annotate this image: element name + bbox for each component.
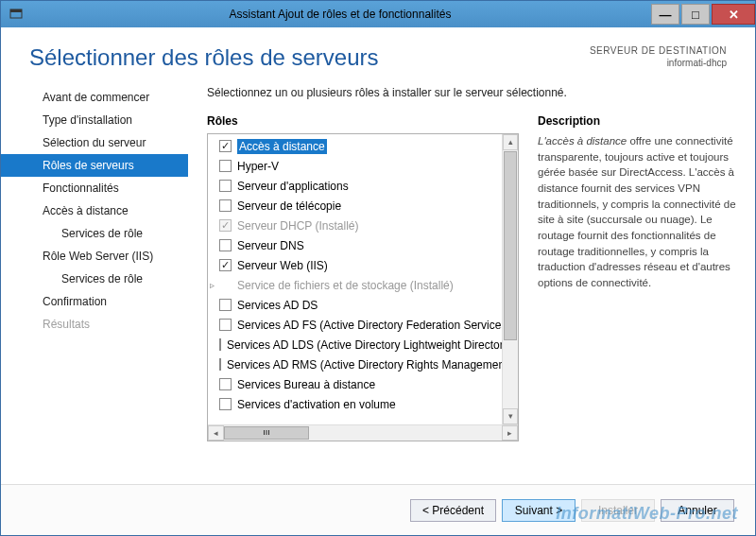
wizard-steps: Avant de commencerType d'installationSél…	[1, 80, 188, 484]
roles-label: Rôles	[207, 114, 519, 128]
role-label: Serveur de télécopie	[237, 199, 341, 213]
wizard-step: Résultats	[1, 313, 188, 336]
window-title: Assistant Ajout de rôles et de fonctionn…	[31, 8, 649, 21]
role-item: Serveur DHCP (Installé)	[208, 216, 518, 235]
role-item[interactable]: Services AD DS	[208, 295, 518, 315]
role-label: Serveur Web (IIS)	[237, 259, 328, 272]
role-label: Hyper-V	[237, 160, 279, 173]
wizard-step[interactable]: Sélection du serveur	[1, 131, 188, 154]
role-checkbox[interactable]	[219, 180, 232, 192]
role-checkbox[interactable]	[219, 358, 221, 371]
role-item[interactable]: Serveur d'applications	[208, 176, 518, 196]
role-checkbox	[219, 219, 232, 232]
scroll-thumb-v[interactable]	[504, 151, 517, 340]
role-label: Serveur DHCP (Installé)	[237, 219, 358, 233]
maximize-button[interactable]: □	[681, 4, 710, 25]
wizard-step[interactable]: Type d'installation	[1, 109, 188, 131]
role-label: Services AD DS	[237, 299, 318, 312]
description-label: Description	[538, 114, 747, 128]
page-title: Sélectionner des rôles de serveurs	[29, 44, 379, 71]
role-checkbox[interactable]	[219, 319, 232, 331]
role-checkbox[interactable]	[219, 199, 232, 212]
scroll-right-arrow[interactable]: ▸	[502, 425, 518, 441]
role-checkbox[interactable]	[219, 259, 232, 271]
previous-button[interactable]: < Précédent	[410, 499, 496, 522]
close-button[interactable]: ✕	[712, 4, 755, 25]
wizard-step[interactable]: Avant de commencer	[1, 86, 188, 109]
content: Avant de commencerType d'installationSél…	[1, 80, 755, 484]
role-label: Services AD LDS (Active Directory Lightw…	[227, 338, 518, 352]
wizard-step[interactable]: Fonctionnalités	[1, 177, 188, 199]
role-item[interactable]: Services AD RMS (Active Directory Rights…	[208, 354, 518, 374]
titlebar: Assistant Ajout de rôles et de fonctionn…	[1, 1, 755, 27]
role-label: Services d'activation en volume	[237, 398, 396, 411]
role-checkbox[interactable]	[219, 239, 232, 251]
scroll-up-arrow[interactable]: ▴	[503, 134, 518, 150]
wizard-step[interactable]: Rôle Web Server (IIS)	[1, 245, 188, 268]
description-lead: L'accès à distance	[538, 135, 627, 147]
wizard-step[interactable]: Rôles de serveurs	[1, 154, 188, 177]
role-item[interactable]: Serveur Web (IIS)	[208, 255, 518, 275]
role-item[interactable]: Serveur de télécopie	[208, 196, 518, 216]
role-label: Service de fichiers et de stockage (Inst…	[237, 279, 454, 292]
role-label: Serveur DNS	[237, 239, 304, 252]
role-checkbox[interactable]	[219, 378, 232, 390]
wizard-step[interactable]: Services de rôle	[1, 268, 188, 290]
next-button[interactable]: Suivant >	[502, 499, 576, 522]
role-label: Services Bureau à distance	[237, 378, 375, 391]
role-checkbox[interactable]	[219, 299, 232, 311]
horizontal-scrollbar[interactable]: ◂ ııı ▸	[208, 424, 518, 441]
destination-info: SERVEUR DE DESTINATION informati-dhcp	[590, 44, 727, 69]
scroll-thumb-h[interactable]: ııı	[224, 426, 309, 440]
roles-listbox: Accès à distanceHyper-VServeur d'applica…	[207, 133, 519, 441]
wizard-step[interactable]: Confirmation	[1, 290, 188, 313]
role-label: Accès à distance	[237, 139, 327, 154]
role-item[interactable]: Services d'activation en volume	[208, 394, 518, 414]
app-icon	[9, 7, 24, 22]
vertical-scrollbar[interactable]: ▴ ▾	[502, 134, 518, 424]
description-body: offre une connectivité transparente, tou…	[538, 135, 736, 288]
wizard-window: Assistant Ajout de rôles et de fonctionn…	[0, 0, 756, 536]
svg-rect-1	[10, 9, 22, 12]
role-label: Services AD RMS (Active Directory Rights…	[227, 358, 518, 372]
wizard-step[interactable]: Accès à distance	[1, 199, 188, 222]
wizard-step[interactable]: Services de rôle	[1, 222, 188, 245]
role-checkbox[interactable]	[219, 398, 232, 410]
scroll-left-arrow[interactable]: ◂	[208, 425, 224, 441]
wizard-body: Sélectionner des rôles de serveurs SERVE…	[1, 27, 755, 535]
role-item[interactable]: Services Bureau à distance	[208, 374, 518, 394]
install-button: Installer	[581, 499, 655, 522]
header: Sélectionner des rôles de serveurs SERVE…	[1, 27, 755, 80]
role-item[interactable]: Services AD LDS (Active Directory Lightw…	[208, 335, 518, 354]
instruction-text: Sélectionnez un ou plusieurs rôles à ins…	[207, 86, 747, 99]
role-item[interactable]: Services AD FS (Active Directory Federat…	[208, 315, 518, 335]
role-checkbox[interactable]	[219, 160, 232, 172]
main-panel: Sélectionnez un ou plusieurs rôles à ins…	[188, 80, 755, 484]
cancel-button[interactable]: Annuler	[661, 499, 734, 522]
description-text: L'accès à distance offre une connectivit…	[538, 133, 747, 291]
role-label: Services AD FS (Active Directory Federat…	[237, 319, 510, 332]
role-label: Serveur d'applications	[237, 180, 349, 193]
role-item[interactable]: Accès à distance	[208, 136, 518, 156]
role-item[interactable]: Serveur DNS	[208, 235, 518, 255]
scroll-down-arrow[interactable]: ▾	[503, 408, 518, 424]
footer: < Précédent Suivant > Installer Annuler	[1, 484, 755, 535]
window-buttons: — □ ✕	[649, 4, 755, 25]
expand-icon[interactable]: ▹	[210, 280, 219, 290]
minimize-button[interactable]: —	[651, 4, 679, 25]
role-checkbox[interactable]	[219, 338, 221, 351]
destination-server: informati-dhcp	[590, 57, 727, 69]
role-item[interactable]: Hyper-V	[208, 156, 518, 176]
role-item: ▹Service de fichiers et de stockage (Ins…	[208, 275, 518, 295]
destination-label: SERVEUR DE DESTINATION	[590, 44, 727, 57]
role-checkbox[interactable]	[219, 140, 232, 152]
